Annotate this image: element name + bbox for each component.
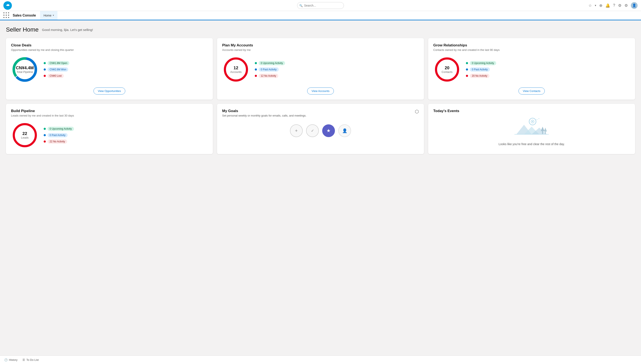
dot-past-leads xyxy=(44,134,46,136)
my-goals-title: My Goals xyxy=(222,109,419,113)
badge-past-contacts: 0 Past Activity xyxy=(470,68,490,72)
badge-won: CN¥2.6M Won xyxy=(48,68,68,72)
close-deals-value: CN¥4.4M xyxy=(16,66,34,70)
dashboard-grid: Close Deals Opportunities owned by me an… xyxy=(6,38,635,154)
grow-relationships-value: 20 xyxy=(441,66,452,70)
grow-relationships-title: Grow Relationships xyxy=(433,43,630,48)
grow-relationships-subtitle: Contacts owned by me and created in the … xyxy=(433,48,630,52)
plan-accounts-label: Accounts xyxy=(230,70,241,74)
app-nav: Sales Console Home ▾ xyxy=(0,11,641,20)
build-pipeline-label: Leads xyxy=(21,136,29,139)
search-icon: 🔍 xyxy=(299,4,303,7)
legend-item-upcoming-leads: 0 Upcoming Activity xyxy=(44,127,74,131)
grow-relationships-label: Contacts xyxy=(441,70,452,74)
avatar[interactable]: 👤 xyxy=(631,2,637,9)
todays-events-card: Today's Events xyxy=(428,104,635,154)
plan-accounts-title: Plan My Accounts xyxy=(222,43,419,48)
goal-circle-star[interactable]: ★ xyxy=(322,124,335,137)
app-grid-icon[interactable] xyxy=(4,12,10,19)
app-name: Sales Console xyxy=(13,14,36,17)
grow-relationships-card: Grow Relationships Contacts owned by me … xyxy=(428,38,635,100)
plan-accounts-card: Plan My Accounts Accounts owned by me 12… xyxy=(217,38,424,100)
dot-past-accounts xyxy=(255,68,257,70)
search-bar[interactable]: 🔍 xyxy=(297,2,344,9)
badge-open: CN¥1.8M Open xyxy=(48,61,69,65)
plan-accounts-donut: 12 Accounts xyxy=(222,56,250,83)
legend-item-open: CN¥1.8M Open xyxy=(44,61,69,65)
badge-past-leads: 0 Past Activity xyxy=(48,133,68,137)
goal-circle-check[interactable]: ✓ xyxy=(306,124,319,137)
legend-item-past-contacts: 0 Past Activity xyxy=(466,68,496,72)
salesforce-logo[interactable] xyxy=(4,1,12,10)
legend-item-past-leads: 0 Past Activity xyxy=(44,133,74,137)
close-deals-card: Close Deals Opportunities owned by me an… xyxy=(6,38,213,100)
setup-icon[interactable]: ⚙ xyxy=(624,3,628,8)
build-pipeline-donut: 22 Leads xyxy=(11,122,39,149)
dot-noact-contacts xyxy=(466,75,468,77)
badge-upcoming-accounts: 0 Upcoming Activity xyxy=(259,61,285,65)
grow-relationships-legend: 0 Upcoming Activity 0 Past Activity 20 N… xyxy=(466,61,496,78)
build-pipeline-value: 22 xyxy=(21,131,29,136)
badge-upcoming-leads: 0 Upcoming Activity xyxy=(48,127,74,131)
dot-noact-leads xyxy=(44,140,46,142)
build-pipeline-card: Build Pipeline Leads owned by me and cre… xyxy=(6,104,213,154)
plan-accounts-donut-center: 12 Accounts xyxy=(230,66,241,74)
legend-item-won: CN¥2.6M Won xyxy=(44,68,69,72)
goal-circle-add[interactable]: + xyxy=(290,124,303,137)
page-greeting: Good morning, lijia. Let's get selling! xyxy=(42,28,93,32)
dot-upcoming-leads xyxy=(44,128,46,130)
top-nav: 🔍 ☆ ▾ ⊕ 🔔 ? ⚙ ⚙ 👤 xyxy=(0,0,641,11)
svg-point-9 xyxy=(532,121,533,122)
events-svg xyxy=(512,116,551,137)
dropdown-icon[interactable]: ▾ xyxy=(595,4,596,7)
legend-item-noact-contacts: 20 No Activity xyxy=(466,74,496,78)
gear-icon[interactable]: ⚙ xyxy=(618,3,621,8)
plan-accounts-subtitle: Accounts owned by me xyxy=(222,48,419,52)
close-deals-footer: View Opportunities xyxy=(11,88,208,94)
build-pipeline-legend: 0 Upcoming Activity 0 Past Activity 22 N… xyxy=(44,127,74,144)
badge-noact-leads: 22 No Activity xyxy=(48,140,67,144)
goals-settings-icon[interactable]: ⬡ xyxy=(415,109,419,114)
build-pipeline-subtitle: Leads owned by me and created in the las… xyxy=(11,114,208,117)
view-accounts-button[interactable]: View Accounts xyxy=(307,88,334,94)
build-pipeline-body: 22 Leads 0 Upcoming Activity 0 Past Acti… xyxy=(11,122,208,149)
build-pipeline-title: Build Pipeline xyxy=(11,109,208,113)
dot-past-contacts xyxy=(466,68,468,70)
events-message: Looks like you're free and clear the res… xyxy=(433,142,630,146)
plan-accounts-value: 12 xyxy=(230,66,241,70)
badge-upcoming-contacts: 0 Upcoming Activity xyxy=(470,61,496,65)
page-content: Seller Home Good morning, lijia. Let's g… xyxy=(0,20,641,158)
page-header: Seller Home Good morning, lijia. Let's g… xyxy=(6,26,635,33)
star-icon[interactable]: ☆ xyxy=(588,3,592,8)
dot-won xyxy=(44,68,46,70)
my-goals-subtitle: Set personal weekly or monthly goals for… xyxy=(222,114,419,117)
grow-relationships-donut: 20 Contacts xyxy=(433,56,461,83)
dot-upcoming-contacts xyxy=(466,62,468,64)
help-icon[interactable]: ? xyxy=(613,3,615,8)
legend-item-upcoming-contacts: 0 Upcoming Activity xyxy=(466,61,496,65)
view-opportunities-button[interactable]: View Opportunities xyxy=(94,88,126,94)
search-input[interactable] xyxy=(297,2,344,9)
legend-item-past-accounts: 0 Past Activity xyxy=(255,68,285,72)
add-icon[interactable]: ⊕ xyxy=(599,3,602,8)
close-deals-donut-center: CN¥4.4M Total Pipeline xyxy=(16,66,34,74)
plan-accounts-body: 12 Accounts 0 Upcoming Activity 0 Past A… xyxy=(222,56,419,83)
my-goals-card: My Goals ⬡ Set personal weekly or monthl… xyxy=(217,104,424,154)
close-deals-donut: CN¥4.4M Total Pipeline xyxy=(11,56,39,83)
close-deals-body: CN¥4.4M Total Pipeline CN¥1.8M Open CN¥2… xyxy=(11,56,208,83)
badge-noact-accounts: 12 No Activity xyxy=(259,74,278,78)
bell-icon[interactable]: 🔔 xyxy=(605,3,610,8)
tab-home[interactable]: Home ▾ xyxy=(40,11,57,20)
grow-relationships-body: 20 Contacts 0 Upcoming Activity 0 Past A… xyxy=(433,56,630,83)
grow-relationships-footer: View Contacts xyxy=(433,88,630,94)
legend-item-upcoming-accounts: 0 Upcoming Activity xyxy=(255,61,285,65)
close-deals-label: Total Pipeline xyxy=(16,70,34,74)
svg-marker-16 xyxy=(544,128,547,132)
legend-item-lost: CN¥0 Lost xyxy=(44,74,69,78)
nav-right: ☆ ▾ ⊕ 🔔 ? ⚙ ⚙ 👤 xyxy=(588,2,637,9)
chevron-down-icon: ▾ xyxy=(53,14,54,17)
dot-open xyxy=(44,62,46,64)
plan-accounts-legend: 0 Upcoming Activity 0 Past Activity 12 N… xyxy=(255,61,285,78)
view-contacts-button[interactable]: View Contacts xyxy=(518,88,545,94)
goal-circle-person[interactable]: 👤 xyxy=(338,124,351,137)
